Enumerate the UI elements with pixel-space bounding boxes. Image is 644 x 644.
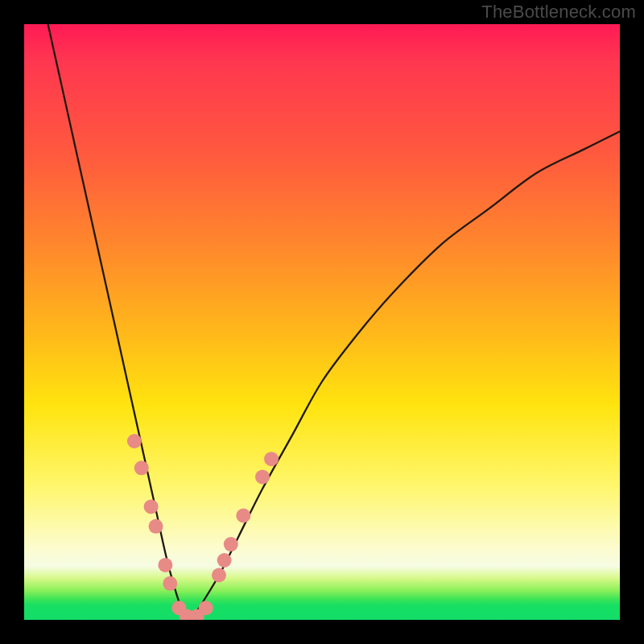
data-dot	[134, 460, 149, 475]
data-dot	[158, 558, 172, 572]
scatter-layer	[127, 434, 279, 620]
data-dot	[212, 568, 226, 583]
data-dot	[149, 519, 163, 534]
data-dot	[255, 469, 270, 484]
chart-frame: TheBottleneck.com	[0, 0, 644, 644]
plot-area	[24, 24, 620, 620]
curve-left-branch	[48, 24, 192, 620]
data-dot	[224, 537, 238, 551]
curve-right-branch	[191, 131, 620, 620]
data-dot	[127, 434, 142, 448]
curves-svg	[24, 24, 620, 620]
data-dot	[163, 576, 177, 591]
data-dot	[199, 601, 213, 615]
data-dot	[264, 452, 279, 466]
watermark-text: TheBottleneck.com	[481, 2, 636, 23]
data-dot	[144, 499, 159, 514]
data-dot	[236, 509, 250, 523]
line-layer	[48, 24, 620, 620]
data-dot	[217, 553, 232, 568]
